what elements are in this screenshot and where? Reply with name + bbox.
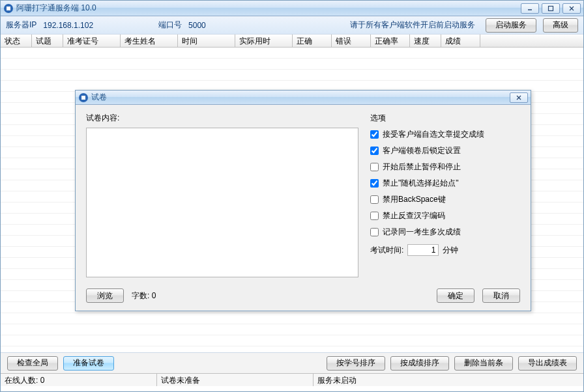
titlebar: 阿珊打字通服务端 10.0 [1, 1, 583, 16]
dialog-icon [78, 92, 89, 103]
minimize-button[interactable] [521, 3, 539, 14]
status-paper: 试卷未准备 [157, 374, 314, 386]
svg-rect-3 [549, 6, 553, 10]
exam-time-label: 考试时间: [370, 245, 403, 256]
dialog-titlebar: 试卷 [76, 91, 531, 105]
option-label: 开始后禁止暂停和停止 [383, 161, 461, 173]
port-value: 5000 [188, 21, 206, 30]
option-row: 开始后禁止暂停和停止 [370, 161, 520, 173]
column-header[interactable]: 成绩 [441, 35, 480, 47]
option-label: 禁止"随机选择起始点" [383, 178, 459, 189]
column-header[interactable]: 考生姓名 [121, 35, 178, 47]
server-ip-label: 服务器IP [6, 20, 36, 31]
exam-time-unit: 分钟 [443, 245, 458, 256]
option-checkbox-5[interactable] [370, 212, 379, 220]
option-label: 记录同一考生多次成绩 [383, 227, 461, 238]
status-online: 在线人数: 0 [1, 374, 157, 386]
option-label: 接受客户端自选文章提交成绩 [383, 129, 484, 140]
online-count: 0 [40, 376, 45, 385]
exam-time-input[interactable] [407, 244, 439, 256]
cancel-button[interactable]: 取消 [482, 288, 520, 303]
sort-by-id-button[interactable]: 按学号排序 [327, 356, 385, 371]
server-ip-value: 192.168.1.102 [43, 21, 93, 30]
delete-current-button[interactable]: 删除当前条 [454, 356, 513, 371]
port-label: 端口号 [158, 20, 182, 31]
dialog-title: 试卷 [91, 92, 510, 103]
column-header[interactable]: 准考证号 [63, 35, 121, 47]
sort-by-score-button[interactable]: 按成绩排序 [390, 356, 449, 371]
dialog-close-button[interactable] [510, 92, 528, 103]
paper-content-textarea[interactable] [86, 128, 358, 277]
export-scores-button[interactable]: 导出成绩表 [518, 356, 577, 371]
option-label: 禁止反查汉字编码 [383, 210, 445, 221]
svg-rect-1 [7, 7, 10, 10]
option-label: 客户端领卷后锁定设置 [383, 145, 461, 156]
option-row: 禁止反查汉字编码 [370, 210, 520, 221]
status-service: 服务未启动 [314, 374, 583, 386]
column-header[interactable]: 错误 [332, 35, 371, 47]
statusbar: 在线人数: 0 试卷未准备 服务未启动 [1, 373, 583, 386]
grid-header: 状态 试题 准考证号 考生姓名 时间 实际用时 正确 错误 正确率 速度 成绩 [1, 35, 583, 48]
app-icon [3, 3, 14, 14]
column-header[interactable]: 时间 [178, 35, 235, 47]
maximize-button[interactable] [542, 3, 560, 14]
column-header[interactable]: 正确 [293, 35, 332, 47]
close-button[interactable] [562, 3, 581, 14]
column-header[interactable]: 状态 [1, 35, 32, 47]
column-header[interactable]: 速度 [410, 35, 441, 47]
option-checkbox-4[interactable] [370, 195, 379, 204]
options-label: 选项 [370, 113, 520, 124]
wordcount: 字数: 0 [132, 290, 429, 301]
svg-rect-7 [81, 96, 85, 100]
bottom-toolbar: 检查全局 准备试卷 按学号排序 按成绩排序 删除当前条 导出成绩表 [1, 352, 583, 373]
option-row: 记录同一考生多次成绩 [370, 227, 520, 238]
option-label: 禁用BackSpace键 [383, 194, 446, 205]
online-label: 在线人数: [5, 376, 38, 385]
option-row: 禁止"随机选择起始点" [370, 178, 520, 189]
content-label: 试卷内容: [86, 113, 358, 124]
column-header[interactable]: 实际用时 [235, 35, 293, 47]
option-checkbox-0[interactable] [370, 130, 379, 139]
ok-button[interactable]: 确定 [437, 288, 474, 303]
toolbar-hint: 请于所有客户端软件开启前启动服务 [350, 20, 475, 31]
option-checkbox-3[interactable] [370, 179, 379, 188]
option-row: 禁用BackSpace键 [370, 194, 520, 205]
paper-dialog: 试卷 试卷内容: 选项 接受客户端自选文章提交成绩客户端领卷后锁定设置开始后禁止… [75, 90, 531, 311]
option-checkbox-1[interactable] [370, 147, 379, 155]
check-all-button[interactable]: 检查全局 [7, 356, 58, 371]
browse-button[interactable]: 浏览 [86, 288, 124, 303]
window-title: 阿珊打字通服务端 10.0 [16, 3, 521, 14]
column-header[interactable]: 正确率 [371, 35, 410, 47]
option-row: 客户端领卷后锁定设置 [370, 145, 520, 156]
prepare-paper-button[interactable]: 准备试卷 [63, 356, 114, 371]
advanced-button[interactable]: 高级 [543, 18, 578, 33]
toolbar: 服务器IP 192.168.1.102 端口号 5000 请于所有客户端软件开启… [1, 16, 583, 35]
column-header[interactable]: 试题 [32, 35, 63, 47]
start-service-button[interactable]: 启动服务 [486, 18, 536, 33]
option-row: 接受客户端自选文章提交成绩 [370, 129, 520, 140]
option-checkbox-2[interactable] [370, 163, 379, 171]
option-checkbox-6[interactable] [370, 228, 379, 236]
